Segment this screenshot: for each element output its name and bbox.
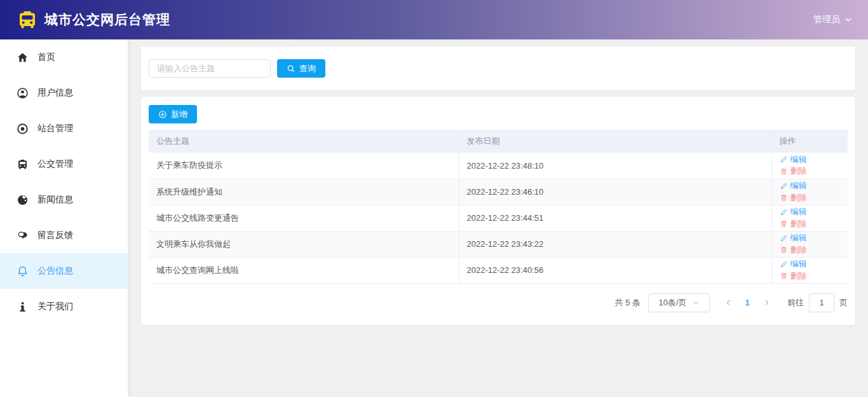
trash-icon — [780, 219, 788, 228]
edit-icon — [780, 208, 788, 216]
chevron-down-icon — [844, 15, 853, 24]
actions-cell: 编辑 删除 — [771, 153, 848, 179]
edit-button[interactable]: 编辑 — [780, 206, 807, 218]
sidebar: 首页 用户信息 站台管理 — [0, 39, 128, 397]
announcement-date: 2022-12-22 23:40:56 — [459, 257, 771, 283]
announcements-panel: 新增 公告主题 发布日期 操作 关于乘车防疫提示 2022-12-22 23:4… — [141, 97, 855, 325]
sidebar-item-news[interactable]: 新闻信息 — [0, 182, 128, 218]
edit-button[interactable]: 编辑 — [780, 154, 807, 165]
actions-cell: 编辑 删除 — [771, 179, 848, 205]
bus-logo-icon — [17, 9, 38, 31]
add-button[interactable]: 新增 — [149, 105, 197, 123]
sidebar-item-label: 首页 — [37, 52, 55, 63]
chevron-down-icon — [692, 299, 700, 307]
sidebar-item-label: 关于我们 — [37, 301, 73, 312]
page-size-label: 10条/页 — [658, 297, 686, 309]
sidebar-item-label: 公交管理 — [37, 158, 73, 170]
actions-cell: 编辑 删除 — [771, 231, 848, 257]
query-button-label: 查询 — [299, 63, 316, 74]
delete-button[interactable]: 删除 — [780, 218, 807, 230]
goto-page-input[interactable] — [809, 293, 834, 312]
trash-icon — [780, 193, 788, 202]
delete-button[interactable]: 删除 — [780, 244, 807, 256]
actions-cell: 编辑 删除 — [771, 205, 848, 231]
page-title: 城市公交网后台管理 — [44, 11, 170, 29]
sidebar-item-users[interactable]: 用户信息 — [0, 75, 128, 111]
search-icon — [287, 64, 295, 73]
trash-icon — [780, 167, 788, 176]
sidebar-item-home[interactable]: 首页 — [0, 39, 128, 75]
info-icon — [17, 301, 29, 313]
feedback-icon — [17, 230, 29, 242]
column-header-topic: 公告主题 — [149, 130, 459, 153]
edit-icon — [780, 182, 788, 190]
sidebar-item-label: 新闻信息 — [37, 194, 73, 205]
announcement-topic: 文明乘车从你我做起 — [149, 231, 459, 257]
page-size-select[interactable]: 10条/页 — [648, 293, 710, 312]
pagination: 共 5 条 10条/页 1 前往 页 — [149, 293, 848, 312]
table-row: 关于乘车防疫提示 2022-12-22 23:48:10 编辑 删除 — [149, 153, 848, 179]
search-input[interactable] — [149, 59, 271, 78]
announcement-topic: 城市公交线路变更通告 — [149, 205, 459, 231]
station-icon — [17, 123, 29, 135]
chevron-left-icon — [724, 298, 733, 307]
sidebar-item-label: 站台管理 — [37, 123, 73, 134]
announcement-date: 2022-12-22 23:44:51 — [459, 205, 771, 231]
goto-label: 前往 — [787, 297, 804, 309]
delete-button[interactable]: 删除 — [780, 270, 807, 282]
sidebar-item-about[interactable]: 关于我们 — [0, 289, 128, 324]
add-button-label: 新增 — [171, 109, 187, 120]
sidebar-item-announcements[interactable]: 公告信息 — [0, 253, 128, 289]
column-header-date: 发布日期 — [459, 130, 771, 153]
pagination-total: 共 5 条 — [615, 297, 641, 309]
edit-icon — [780, 234, 788, 242]
edit-icon — [780, 260, 788, 268]
bus-icon — [17, 158, 29, 171]
admin-dropdown[interactable]: 管理员 — [813, 14, 853, 25]
app-header: 城市公交网后台管理 管理员 — [0, 0, 868, 39]
announcement-date: 2022-12-22 23:48:10 — [459, 153, 771, 179]
table-row: 城市公交线路变更通告 2022-12-22 23:44:51 编辑 删除 — [149, 205, 848, 231]
edit-icon — [780, 155, 788, 164]
delete-button[interactable]: 删除 — [780, 192, 807, 204]
prev-page-button[interactable] — [719, 294, 738, 312]
plus-circle-icon — [158, 110, 167, 119]
user-icon — [17, 87, 29, 99]
sidebar-item-label: 留言反馈 — [37, 230, 73, 241]
announcement-topic: 城市公交查询网上线啦 — [149, 257, 459, 283]
sidebar-item-stations[interactable]: 站台管理 — [0, 111, 128, 146]
brand: 城市公交网后台管理 — [17, 9, 170, 31]
table-header-row: 公告主题 发布日期 操作 — [149, 130, 848, 153]
sidebar-item-buses[interactable]: 公交管理 — [0, 146, 128, 182]
page-unit-label: 页 — [839, 297, 848, 309]
main-content: 查询 新增 公告主题 发布日期 — [128, 39, 868, 397]
admin-label: 管理员 — [813, 14, 840, 25]
table-row: 城市公交查询网上线啦 2022-12-22 23:40:56 编辑 删除 — [149, 257, 848, 283]
next-page-button[interactable] — [757, 294, 776, 312]
edit-button[interactable]: 编辑 — [780, 232, 807, 244]
announcement-topic: 系统升级维护通知 — [149, 179, 459, 205]
announcement-topic: 关于乘车防疫提示 — [149, 153, 459, 179]
sidebar-item-label: 公告信息 — [37, 265, 73, 277]
bell-icon — [17, 265, 29, 277]
chevron-right-icon — [763, 298, 771, 307]
trash-icon — [780, 272, 788, 280]
page-number-1[interactable]: 1 — [738, 298, 757, 307]
column-header-actions: 操作 — [771, 130, 848, 153]
home-icon — [17, 52, 29, 64]
query-button[interactable]: 查询 — [277, 59, 325, 78]
actions-cell: 编辑 删除 — [771, 257, 848, 283]
announcement-date: 2022-12-22 23:46:10 — [459, 179, 771, 205]
edit-button[interactable]: 编辑 — [780, 258, 807, 270]
search-panel: 查询 — [141, 46, 855, 90]
delete-button[interactable]: 删除 — [780, 165, 807, 177]
trash-icon — [780, 246, 788, 254]
announcements-table: 公告主题 发布日期 操作 关于乘车防疫提示 2022-12-22 23:48:1… — [149, 130, 848, 284]
sidebar-item-label: 用户信息 — [37, 87, 73, 99]
globe-icon — [17, 194, 29, 206]
sidebar-item-feedback[interactable]: 留言反馈 — [0, 218, 128, 253]
edit-button[interactable]: 编辑 — [780, 180, 807, 192]
announcement-date: 2022-12-22 23:43:22 — [459, 231, 771, 257]
table-row: 文明乘车从你我做起 2022-12-22 23:43:22 编辑 删除 — [149, 231, 848, 257]
table-row: 系统升级维护通知 2022-12-22 23:46:10 编辑 删除 — [149, 179, 848, 205]
